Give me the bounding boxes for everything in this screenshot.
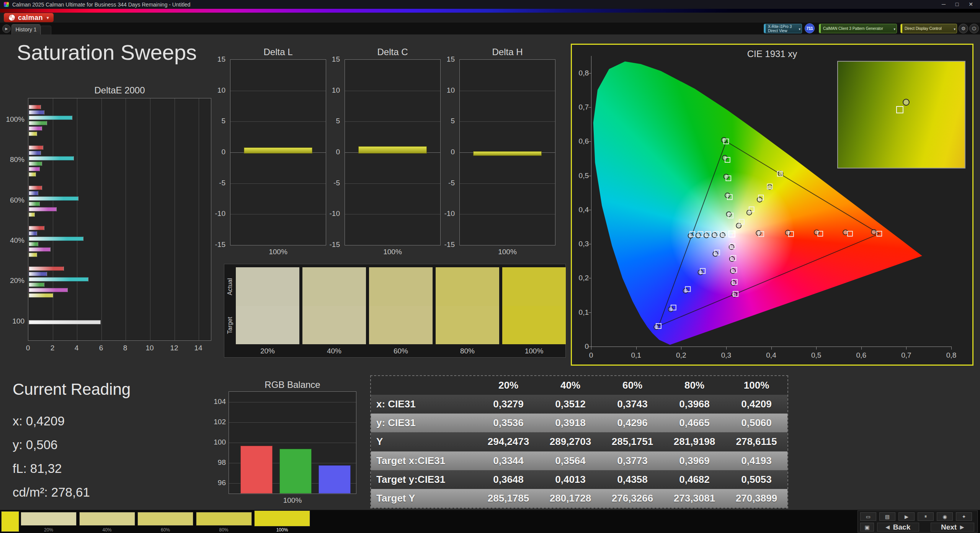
pattern-source-selector[interactable]: CalMAN Client 3 Pattern Generator ▾ <box>819 24 897 33</box>
table-value: 0,3743 <box>601 395 663 414</box>
target-swatch <box>236 306 299 344</box>
table-value: 0,3279 <box>477 395 539 414</box>
tab-label: History 1 <box>15 26 36 33</box>
table-row: Y294,2473289,2703285,1751281,9198278,611… <box>371 432 787 451</box>
navigation-cluster: ▣ ◀ Back Next ▶ ▭▤▶⏸◉✦ <box>858 510 978 533</box>
meter-selector[interactable]: X-Rite i1Pro 3 Direct View ▾ <box>764 24 802 33</box>
table-value: 0,3918 <box>539 414 601 432</box>
patch-size-badge[interactable]: 711 <box>805 23 815 33</box>
session-power-button[interactable]: ⏻ <box>969 24 979 33</box>
pattern-swatch[interactable] <box>254 510 310 526</box>
toolbar-icon-1[interactable]: ▭ <box>860 512 876 521</box>
toolbar-icon-5[interactable]: ◉ <box>937 512 953 521</box>
deltae-bar <box>29 126 42 131</box>
delta-l-chart-title: Delta L <box>230 47 326 57</box>
row-label: Target y:CIE31 <box>371 470 477 489</box>
y-tick-label: 98 <box>204 458 226 467</box>
y-tick-label: 5 <box>321 117 340 125</box>
rgb-balance-chart <box>229 391 356 494</box>
target-swatch <box>369 306 433 344</box>
y-tick-label: 0,7 <box>572 103 589 111</box>
delta-c-chart <box>345 59 441 245</box>
deltae-bar <box>29 110 44 114</box>
close-button[interactable]: ✕ <box>969 0 973 9</box>
reading-fl-value: fL: 81,32 <box>13 461 62 476</box>
pattern-swatch[interactable] <box>137 512 193 526</box>
gridline <box>230 91 326 91</box>
x-tick-mark <box>726 347 727 350</box>
deltae-bar <box>29 202 40 206</box>
target-swatch <box>436 306 499 344</box>
x-tick-mark <box>681 347 681 350</box>
x-tick-mark <box>906 347 906 350</box>
table-value: 280,1728 <box>539 489 601 508</box>
actual-row-label: Actual <box>226 267 234 306</box>
y-tick-label: -10 <box>206 209 225 218</box>
toolbar-icon-3[interactable]: ▶ <box>898 512 915 521</box>
actual-swatch <box>436 267 499 306</box>
table-value: 0,3773 <box>601 451 663 470</box>
deltae-bar <box>29 320 101 324</box>
toolbar-icon-4[interactable]: ⏸ <box>918 512 934 521</box>
chevron-down-icon: ▾ <box>954 27 956 31</box>
swatch-percent-label: 40% <box>302 347 366 355</box>
table-value: 0,5060 <box>725 414 787 432</box>
y-tick-label: 15 <box>321 55 340 64</box>
table-value: 0,4013 <box>539 470 601 489</box>
x-tick-label: 8 <box>116 344 135 352</box>
y-tick-label: 0,8 <box>572 69 589 77</box>
next-arrow-icon: ▶ <box>960 524 964 530</box>
deltae-bar <box>29 116 72 120</box>
gridline <box>175 98 175 340</box>
gridline <box>230 183 326 184</box>
delta-value-bar <box>244 147 312 154</box>
toolbar-icon-2[interactable]: ▤ <box>879 512 895 521</box>
actual-swatch <box>369 267 433 306</box>
y-category-label: 60% <box>1 196 24 204</box>
gridline <box>345 214 440 214</box>
delta-c-xlabel: 100% <box>345 248 441 256</box>
pattern-swatch[interactable] <box>21 512 77 526</box>
swatch-percent-label: 80% <box>436 347 499 355</box>
measurement-table: 20%40%60%80%100%x: CIE310,32790,35120,37… <box>370 375 788 508</box>
target-swatch <box>502 306 566 344</box>
table-value: 0,4682 <box>663 470 725 489</box>
table-row: x: CIE310,32790,35120,37430,39680,4209 <box>371 395 787 414</box>
pattern-swatch[interactable] <box>79 512 135 526</box>
pattern-window-button[interactable]: ▣ <box>860 523 874 531</box>
x-tick-label: 0,4 <box>760 351 783 360</box>
y-tick-label: -5 <box>206 179 225 187</box>
y-tick-label: -10 <box>436 209 455 218</box>
calman-menu-button[interactable]: calman ▾ <box>4 13 54 22</box>
y-tick-label: 5 <box>436 117 455 125</box>
deltae-bar <box>29 277 88 281</box>
table-value: 289,2703 <box>539 432 601 451</box>
y-tick-mark <box>588 347 591 347</box>
toolbar-icon-6[interactable]: ✦ <box>956 512 972 521</box>
deltae-bar <box>29 162 42 166</box>
gridline <box>229 422 356 423</box>
reading-y-value: y: 0,506 <box>13 438 57 452</box>
y-tick-mark <box>588 244 591 244</box>
swatch-percent-label: 20% <box>236 347 299 355</box>
actual-swatch <box>236 267 299 306</box>
gridline <box>53 98 53 340</box>
x-tick-mark <box>816 347 817 350</box>
deltae-bar <box>29 151 41 155</box>
next-button[interactable]: Next ▶ <box>931 523 974 531</box>
y-tick-mark <box>588 141 591 142</box>
panel-expander-button[interactable]: ▶ <box>2 25 11 33</box>
pattern-swatch[interactable] <box>196 512 252 526</box>
rgb-balance-chart-title: RGB Balance <box>229 379 356 390</box>
minimize-button[interactable]: ─ <box>942 0 946 9</box>
rgb-balance-xlabel: 100% <box>229 496 356 505</box>
new-tab-button[interactable] <box>41 26 51 34</box>
maximize-button[interactable]: □ <box>956 0 959 9</box>
display-control-selector[interactable]: Direct Display Control ▾ <box>900 24 957 33</box>
tab-history-1[interactable]: History 1 <box>11 24 41 34</box>
power-icon: ⏻ <box>972 26 976 32</box>
back-button[interactable]: ◀ Back <box>877 523 919 531</box>
x-tick-label: 0,6 <box>850 351 873 360</box>
settings-button[interactable]: ⚙ <box>959 24 968 33</box>
meter-mode: Direct View <box>768 29 796 33</box>
